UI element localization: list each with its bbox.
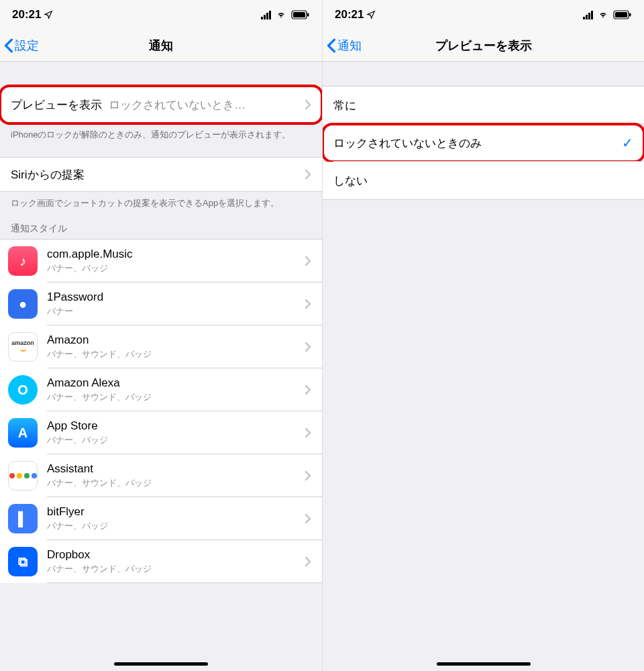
app-icon: ● (8, 289, 38, 319)
app-text: Amazon Alexaバナー、サウンド、バッジ (47, 376, 305, 403)
app-icon: amazon⌣ (8, 332, 38, 362)
siri-suggestions-cell[interactable]: Siriからの提案 (0, 157, 322, 192)
home-indicator[interactable] (114, 662, 208, 666)
chevron-left-icon (327, 38, 336, 53)
nav-title: プレビューを表示 (435, 38, 532, 54)
option-label: 常に (333, 98, 633, 113)
nav-bar: 設定 通知 (0, 30, 322, 62)
app-text: bitFlyerバナー、バッジ (47, 505, 305, 532)
wifi-icon (597, 10, 609, 19)
app-text: App Storeバナー、バッジ (47, 419, 305, 446)
app-row[interactable]: ●1Passwordバナー (0, 282, 322, 325)
cellular-signal-icon (261, 11, 271, 19)
app-subtitle: バナー、サウンド、バッジ (47, 563, 305, 575)
show-preview-value: ロックされていないとき… (109, 97, 305, 113)
battery-icon (613, 10, 632, 19)
checkmark-icon: ✓ (622, 135, 633, 151)
back-label: 設定 (15, 38, 39, 54)
app-icon: O (8, 375, 38, 405)
app-name: bitFlyer (47, 505, 305, 519)
home-indicator[interactable] (437, 662, 531, 666)
chevron-right-icon (305, 256, 311, 266)
app-subtitle: バナー、サウンド、バッジ (47, 391, 305, 403)
app-text: Amazonバナー、サウンド、バッジ (47, 333, 305, 360)
svg-rect-1 (293, 12, 305, 17)
svg-rect-5 (629, 13, 631, 17)
app-name: App Store (47, 419, 305, 433)
location-arrow-icon (366, 10, 376, 19)
status-bar: 20:21 (0, 0, 322, 30)
app-icon: ▌ (8, 504, 38, 533)
cellular-signal-icon (583, 11, 593, 19)
back-button[interactable]: 設定 (4, 38, 39, 54)
app-text: Assistantバナー、サウンド、バッジ (47, 462, 305, 489)
preview-option-list: 常にロックされていないときのみ✓しない (323, 86, 644, 200)
chevron-left-icon (4, 38, 13, 53)
chevron-right-icon (305, 169, 311, 180)
app-subtitle: バナー、サウンド、バッジ (47, 348, 305, 360)
chevron-right-icon (305, 470, 311, 481)
nav-bar: 通知 プレビューを表示 (323, 30, 644, 62)
nav-title: 通知 (149, 38, 173, 54)
preview-option[interactable]: しない (323, 162, 644, 199)
status-time: 20:21 (12, 8, 41, 21)
show-preview-footer: iPhoneのロックが解除のときのみ、通知のプレビューが表示されます。 (0, 123, 322, 141)
phone-notifications: 20:21 設定 通知 プレビューを表示 ロックされていないとき… iPhone… (0, 0, 322, 671)
chevron-right-icon (305, 427, 311, 438)
option-label: ロックされていないときのみ (333, 136, 622, 151)
app-icon (8, 461, 38, 491)
chevron-right-icon (305, 384, 311, 395)
app-text: Dropboxバナー、サウンド、バッジ (47, 548, 305, 575)
app-row[interactable]: AApp Storeバナー、バッジ (0, 411, 322, 454)
chevron-right-icon (305, 99, 311, 110)
status-bar: 20:21 (323, 0, 644, 30)
app-row[interactable]: ⧉Dropboxバナー、サウンド、バッジ (0, 540, 322, 583)
app-name: Dropbox (47, 548, 305, 562)
app-icon: ⧉ (8, 547, 38, 576)
siri-suggestions-label: Siriからの提案 (11, 167, 305, 183)
app-subtitle: バナー、バッジ (47, 520, 305, 532)
app-row[interactable]: amazon⌣Amazonバナー、サウンド、バッジ (0, 325, 322, 368)
app-name: com.apple.Music (47, 248, 305, 261)
app-row[interactable]: Assistantバナー、サウンド、バッジ (0, 454, 322, 497)
siri-suggestions-footer: ロック画面でショートカットの提案を表示できるAppを選択します。 (0, 192, 322, 209)
app-subtitle: バナー (47, 305, 305, 317)
app-row[interactable]: OAmazon Alexaバナー、サウンド、バッジ (0, 368, 322, 411)
app-row[interactable]: ▌bitFlyerバナー、バッジ (0, 497, 322, 540)
option-label: しない (333, 173, 633, 189)
chevron-right-icon (305, 299, 311, 309)
chevron-right-icon (305, 513, 311, 524)
app-subtitle: バナー、バッジ (47, 434, 305, 446)
back-label: 通知 (337, 38, 362, 54)
app-name: Assistant (47, 462, 305, 476)
svg-rect-4 (615, 12, 627, 17)
show-preview-cell[interactable]: プレビューを表示 ロックされていないとき… (0, 86, 322, 123)
app-subtitle: バナー、サウンド、バッジ (47, 477, 305, 489)
notification-style-header: 通知スタイル (0, 209, 322, 239)
battery-icon (291, 10, 310, 19)
app-row[interactable]: ♪com.apple.Musicバナー、バッジ (0, 240, 322, 282)
app-name: 1Password (47, 291, 305, 304)
app-icon: A (8, 418, 38, 448)
location-arrow-icon (44, 10, 53, 19)
phone-preview-options: 20:21 通知 プレビューを表示 常にロックされていないときのみ✓しない (322, 0, 644, 671)
app-name: Amazon Alexa (47, 376, 305, 390)
app-text: com.apple.Musicバナー、バッジ (47, 248, 305, 274)
preview-option[interactable]: 常に (323, 87, 644, 124)
preview-option[interactable]: ロックされていないときのみ✓ (323, 124, 644, 162)
chevron-right-icon (305, 556, 311, 567)
app-text: 1Passwordバナー (47, 291, 305, 317)
svg-rect-2 (307, 13, 309, 17)
app-icon: ♪ (8, 246, 38, 276)
app-list: ♪com.apple.Musicバナー、バッジ●1Passwordバナーamaz… (0, 239, 322, 583)
wifi-icon (275, 10, 287, 19)
app-subtitle: バナー、バッジ (47, 262, 305, 274)
chevron-right-icon (305, 342, 311, 352)
show-preview-label: プレビューを表示 (11, 97, 102, 113)
back-button[interactable]: 通知 (327, 38, 362, 54)
status-time: 20:21 (335, 8, 364, 21)
app-name: Amazon (47, 333, 305, 347)
